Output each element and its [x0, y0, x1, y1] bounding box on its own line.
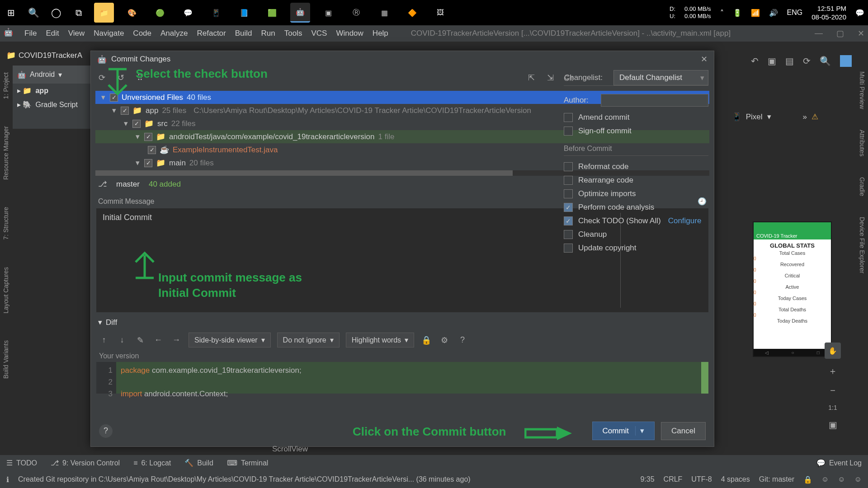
back-icon[interactable]: ← — [152, 334, 164, 346]
tab-version-control[interactable]: ⎇ 9: Version Control — [51, 459, 120, 467]
explorer-icon[interactable]: 📁 — [94, 3, 114, 23]
undo-icon[interactable]: ↶ — [751, 56, 759, 66]
zoom-in-icon[interactable]: ＋ — [828, 365, 837, 377]
gear-icon[interactable]: ⚙ — [439, 334, 450, 346]
next-change-icon[interactable]: ↓ — [116, 334, 128, 346]
amend-checkbox[interactable] — [564, 113, 573, 122]
indent-setting[interactable]: 4 spaces — [721, 475, 750, 483]
refresh-icon[interactable]: ⟳ — [96, 72, 107, 83]
project-view-selector[interactable]: 🤖 Android ▾ — [13, 66, 96, 84]
phone-icon[interactable]: 📱 — [206, 3, 226, 23]
maximize-icon[interactable]: ▢ — [836, 28, 844, 38]
start-icon[interactable]: ⊞ — [4, 5, 18, 20]
tab-logcat[interactable]: ≡ 6: Logcat — [133, 459, 171, 467]
tab-layout-captures[interactable]: Layout Captures — [1, 263, 10, 318]
androidstudio-icon[interactable]: 🤖 — [290, 3, 310, 23]
photos-icon[interactable]: 🖼 — [430, 3, 450, 23]
menu-code[interactable]: Code — [128, 29, 156, 38]
author-input[interactable] — [601, 94, 708, 107]
tab-project[interactable]: 1: Project — [1, 68, 10, 103]
tab-multi-preview[interactable]: Multi Preview — [858, 68, 867, 113]
whatsapp-icon[interactable]: 💬 — [178, 3, 198, 23]
menu-refactor[interactable]: Refactor — [192, 29, 230, 38]
tab-todo[interactable]: ☰ TODO — [6, 459, 37, 467]
wifi-icon[interactable]: 📶 — [751, 9, 760, 17]
face3-icon[interactable]: ☺ — [854, 475, 862, 483]
sync-icon[interactable]: ⟳ — [803, 56, 811, 66]
ignore-mode-select[interactable]: Do not ignore ▾ — [277, 333, 340, 347]
r-icon[interactable]: Ⓡ — [346, 3, 366, 23]
prev-change-icon[interactable]: ↑ — [98, 334, 110, 346]
notifications-icon[interactable]: 💬 — [855, 9, 864, 17]
configure-link[interactable]: Configure — [668, 216, 702, 225]
notes-icon[interactable]: 📘 — [234, 3, 254, 23]
tab-event-log[interactable]: 💬 Event Log — [816, 459, 862, 467]
rearrange-checkbox[interactable] — [564, 176, 573, 185]
optimize-checkbox[interactable] — [564, 189, 573, 198]
menu-vcs[interactable]: VCS — [307, 29, 331, 38]
caret-position[interactable]: 9:35 — [640, 475, 654, 483]
expand-icon[interactable]: ⇱ — [526, 72, 537, 83]
menu-edit[interactable]: Edit — [41, 29, 63, 38]
menu-run[interactable]: Run — [257, 29, 280, 38]
cancel-button[interactable]: Cancel — [661, 422, 706, 440]
tab-terminal[interactable]: ⌨ Terminal — [227, 459, 268, 467]
menu-view[interactable]: View — [64, 29, 90, 38]
face1-icon[interactable]: ☺ — [821, 475, 829, 483]
menu-navigate[interactable]: Navigate — [89, 29, 128, 38]
cortana-icon[interactable]: ◯ — [49, 5, 63, 20]
tab-build-variants[interactable]: Build Variants — [1, 336, 10, 383]
forward-icon[interactable]: → — [170, 334, 182, 346]
chrome-icon[interactable]: 🟢 — [150, 3, 170, 23]
help-button[interactable]: ? — [99, 424, 113, 438]
pycharm-icon[interactable]: ▣ — [318, 3, 338, 23]
tab-structure[interactable]: 7: Structure — [1, 202, 10, 244]
clock[interactable]: 12:51 PM08-05-2020 — [811, 4, 846, 22]
search-icon[interactable]: 🔍 — [26, 5, 41, 20]
menu-file[interactable]: File — [20, 29, 41, 38]
pan-icon[interactable]: ✋ — [825, 343, 841, 359]
tab-device-file-explorer[interactable]: Device File Explorer — [858, 213, 867, 277]
device-selector[interactable]: 📱 Pixel ▾ » ⚠ — [732, 112, 818, 122]
viewer-mode-select[interactable]: Side-by-side viewer ▾ — [189, 333, 271, 347]
face2-icon[interactable]: ☺ — [838, 475, 845, 483]
volume-icon[interactable]: 🔊 — [769, 9, 778, 17]
lock-icon[interactable]: 🔒 — [420, 334, 432, 346]
avd-icon[interactable]: ▣ — [768, 56, 776, 66]
tab-gradle[interactable]: Gradle — [858, 174, 867, 200]
menu-window[interactable]: Window — [331, 29, 368, 38]
analysis-checkbox[interactable]: ✓ — [564, 203, 573, 212]
edit-icon[interactable]: ✎ — [134, 334, 146, 346]
battery-icon[interactable]: 🔋 — [733, 9, 742, 17]
warning-icon[interactable]: ⚠ — [811, 112, 818, 122]
menu-tools[interactable]: Tools — [280, 29, 307, 38]
todo-checkbox[interactable]: ✓ — [564, 216, 573, 225]
help-icon[interactable]: ? — [457, 334, 468, 346]
zoom-out-icon[interactable]: − — [830, 385, 835, 396]
line-separator[interactable]: CRLF — [664, 475, 683, 483]
chevron-up-icon[interactable]: ˄ — [720, 9, 724, 17]
lock-icon[interactable]: 🔒 — [803, 475, 812, 484]
collapse-icon[interactable]: ⇲ — [545, 72, 556, 83]
sdk-icon[interactable]: ▤ — [785, 56, 794, 66]
tab-attributes[interactable]: Attributes — [858, 126, 867, 160]
close-icon[interactable]: ✕ — [858, 28, 864, 38]
git-branch-status[interactable]: Git: master — [759, 475, 794, 483]
highlight-mode-select[interactable]: Highlight words ▾ — [346, 333, 414, 347]
file-encoding[interactable]: UTF-8 — [691, 475, 712, 483]
copyright-checkbox[interactable] — [564, 244, 573, 253]
signoff-checkbox[interactable] — [564, 127, 573, 136]
dialog-close-icon[interactable]: ✕ — [701, 54, 708, 64]
menu-analyze[interactable]: Analyze — [156, 29, 192, 38]
tab-build[interactable]: 🔨 Build — [184, 459, 213, 467]
profile-icon[interactable] — [840, 55, 852, 67]
diff-minimap[interactable] — [701, 362, 708, 394]
lang-indicator[interactable]: ENG — [787, 9, 803, 17]
grammarly-icon[interactable]: 🟩 — [262, 3, 282, 23]
cleanup-checkbox[interactable] — [564, 230, 573, 239]
dev-icon[interactable]: ▦ — [374, 3, 394, 23]
commit-button[interactable]: Commit▾ — [592, 422, 655, 440]
tab-resource-manager[interactable]: Resource Manager — [1, 122, 10, 184]
app-icon[interactable]: 🎨 — [122, 3, 142, 23]
fit-icon[interactable]: ▣ — [829, 419, 837, 430]
